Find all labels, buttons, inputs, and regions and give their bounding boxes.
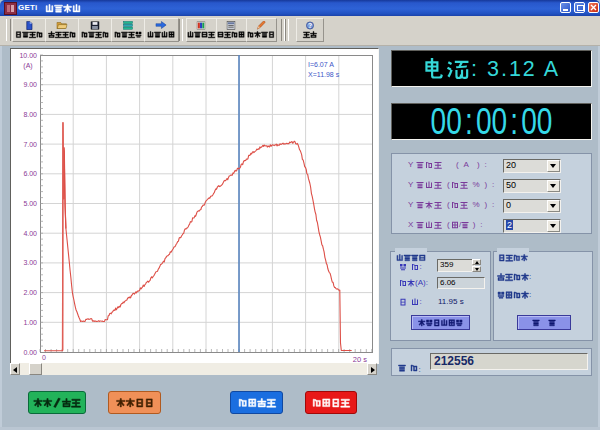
svg-text:(A): (A) [23, 62, 32, 70]
svg-text:X=11.98 s: X=11.98 s [308, 71, 340, 78]
svg-text:5.00: 5.00 [23, 200, 37, 207]
svg-text:3.00: 3.00 [23, 259, 37, 266]
svg-text:2.00: 2.00 [23, 289, 37, 296]
svg-text:0: 0 [42, 354, 46, 361]
svg-text:I=6.07 A: I=6.07 A [308, 61, 334, 68]
svg-text:9.00: 9.00 [23, 81, 37, 88]
svg-text:6.00: 6.00 [23, 170, 37, 177]
svg-text:0.00: 0.00 [23, 349, 37, 356]
svg-text:10.00: 10.00 [19, 52, 37, 59]
svg-text:7.00: 7.00 [23, 141, 37, 148]
svg-text:1.00: 1.00 [23, 319, 37, 326]
svg-text:8.00: 8.00 [23, 111, 37, 118]
svg-text:?: ? [308, 21, 312, 28]
svg-text:4.00: 4.00 [23, 230, 37, 237]
